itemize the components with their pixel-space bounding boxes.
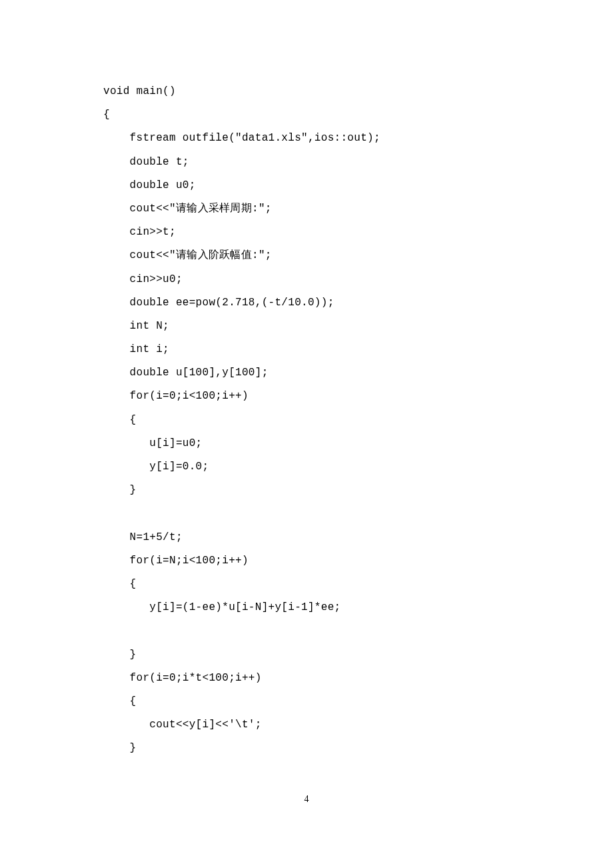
code-line (103, 619, 510, 643)
code-line: double u[100],y[100]; (103, 361, 510, 385)
code-line: } (103, 479, 510, 502)
document-page: void main(){ fstream outfile("data1.xls"… (0, 0, 613, 800)
code-line: for(i=N;i<100;i++) (103, 549, 510, 573)
code-line: { (103, 573, 510, 596)
code-line: y[i]=(1-ee)*u[i-N]+y[i-1]*ee; (103, 596, 510, 619)
code-line: y[i]=0.0; (103, 455, 510, 479)
code-line: double t; (103, 151, 510, 174)
code-line: double ee=pow(2.718,(-t/10.0)); (103, 291, 510, 315)
code-line: } (103, 737, 510, 760)
code-line: double u0; (103, 174, 510, 197)
code-line: fstream outfile("data1.xls",ios::out); (103, 127, 510, 150)
code-line: for(i=0;i<100;i++) (103, 385, 510, 408)
code-line (103, 502, 510, 525)
code-line: { (103, 690, 510, 713)
code-line: cin>>t; (103, 221, 510, 244)
code-line: int N; (103, 315, 510, 338)
code-line: cout<<"请输入阶跃幅值:"; (103, 244, 510, 267)
code-line: int i; (103, 338, 510, 361)
code-line: cout<<y[i]<<'\t'; (103, 713, 510, 737)
code-line: N=1+5/t; (103, 526, 510, 549)
code-line: u[i]=u0; (103, 432, 510, 455)
page-number: 4 (0, 794, 613, 805)
code-line: { (103, 409, 510, 432)
code-line: cin>>u0; (103, 268, 510, 291)
code-line: void main() (103, 80, 510, 103)
code-line: for(i=0;i*t<100;i++) (103, 667, 510, 690)
code-line: } (103, 643, 510, 667)
code-line: { (103, 103, 510, 127)
code-line: cout<<"请输入采样周期:"; (103, 197, 510, 221)
code-block: void main(){ fstream outfile("data1.xls"… (103, 80, 510, 760)
